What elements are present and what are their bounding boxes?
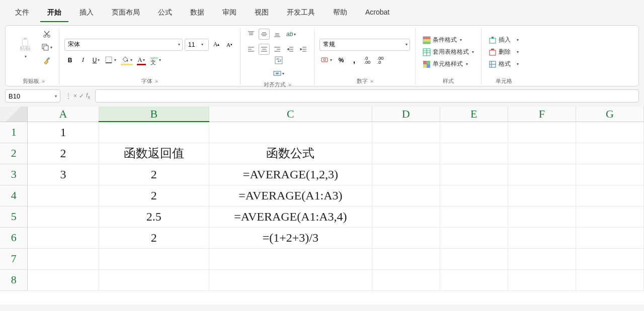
delete-cells-button[interactable]: 删除▾ [487,47,521,58]
grow-font-button[interactable]: A▴ [211,39,222,50]
col-header-F[interactable]: F [508,107,576,122]
cell-D4[interactable] [372,185,440,206]
cell-G6[interactable] [576,227,643,248]
cell-B1[interactable] [99,122,209,143]
cell-E5[interactable] [440,206,508,227]
cell-G8[interactable] [576,269,643,290]
format-as-table-button[interactable]: 套用表格格式▾ [421,47,476,58]
cell-F6[interactable] [508,227,576,248]
cell-F5[interactable] [508,206,576,227]
name-box-input[interactable] [9,92,54,100]
cell-C8[interactable] [209,269,372,290]
font-size-combo[interactable]: ▾ [185,39,209,51]
cell-E2[interactable] [440,143,508,164]
cell-A8[interactable] [28,269,99,290]
cell-E3[interactable] [440,164,508,185]
cell-F3[interactable] [508,164,576,185]
col-header-B[interactable]: B [99,107,209,122]
cell-C6[interactable]: =(1+2+3)/3 [209,227,372,248]
align-center-button[interactable] [259,44,270,55]
format-cells-button[interactable]: 格式▾ [487,59,521,70]
tab-insert[interactable]: 插入 [72,4,101,22]
align-bottom-button[interactable] [272,29,283,40]
cell-C7[interactable] [209,248,372,269]
cell-A2[interactable]: 2 [28,143,99,164]
accounting-format-button[interactable]: ▾ [319,55,334,66]
cell-D1[interactable] [372,122,440,143]
increase-decimal-button[interactable]: .0.00 [362,55,373,66]
cut-button[interactable] [40,29,54,40]
cell-B8[interactable] [99,269,209,290]
cell-D2[interactable] [372,143,440,164]
cell-D5[interactable] [372,206,440,227]
row-header-5[interactable]: 5 [0,206,28,227]
col-header-E[interactable]: E [440,107,508,122]
cell-G4[interactable] [576,185,643,206]
tab-home[interactable]: 开始 [40,4,68,22]
cell-C2[interactable]: 函数公式 [209,143,372,164]
paste-button[interactable]: 粘贴 ▾ [14,29,37,65]
cell-F1[interactable] [508,122,576,143]
conditional-formatting-button[interactable]: 条件格式▾ [421,35,464,46]
cell-G3[interactable] [576,164,643,185]
tab-acrobat[interactable]: Acrobat [358,4,396,22]
cell-B5[interactable]: 2.5 [99,206,209,227]
number-format-combo[interactable]: ▾ [319,39,410,51]
select-all-corner[interactable] [0,107,28,122]
align-right-button[interactable] [272,44,283,55]
cancel-formula-icon[interactable]: × [73,92,77,99]
cell-D7[interactable] [372,248,440,269]
decrease-decimal-button[interactable]: .00.0 [375,55,386,66]
border-button[interactable]: ▾ [104,55,118,66]
cell-A3[interactable]: 3 [28,164,99,185]
name-box[interactable]: ▾ [5,89,60,102]
cell-D8[interactable] [372,269,440,290]
dialog-launcher-icon[interactable]: ⇲ [154,79,158,83]
spreadsheet-grid[interactable]: A B C D E F G 1 1 2 2 [0,107,644,304]
cell-D3[interactable] [372,164,440,185]
cell-E4[interactable] [440,185,508,206]
format-painter-button[interactable] [40,55,54,66]
wrap-text-button[interactable]: ab [272,55,286,66]
tab-formulas[interactable]: 公式 [151,4,179,22]
comma-style-button[interactable]: , [349,55,360,66]
row-header-7[interactable]: 7 [0,248,28,269]
cell-F2[interactable] [508,143,576,164]
cell-C5[interactable]: =AVERAGE(A1:A3,4) [209,206,372,227]
chevron-down-icon[interactable]: ▾ [55,94,57,98]
formula-options-icon[interactable]: ⋮ [65,92,71,99]
font-size-input[interactable] [188,41,200,48]
cell-G7[interactable] [576,248,643,269]
tab-view[interactable]: 视图 [248,4,276,22]
font-name-input[interactable] [68,41,177,48]
cell-C3[interactable]: =AVERAGE(1,2,3) [209,164,372,185]
fill-color-button[interactable]: ▾ [120,55,134,66]
cell-E8[interactable] [440,269,508,290]
row-header-3[interactable]: 3 [0,164,28,185]
merge-center-button[interactable]: ▾ [272,68,286,79]
col-header-G[interactable]: G [576,107,643,122]
row-header-6[interactable]: 6 [0,227,28,248]
cell-E1[interactable] [440,122,508,143]
cell-B4[interactable]: 2 [99,185,209,206]
cell-A7[interactable] [28,248,99,269]
cell-A5[interactable] [28,206,99,227]
cell-C4[interactable]: =AVERAGE(A1:A3) [209,185,372,206]
cell-B6[interactable]: 2 [99,227,209,248]
cell-A6[interactable] [28,227,99,248]
underline-button[interactable]: U▾ [91,55,102,66]
increase-indent-button[interactable] [298,44,309,55]
font-color-button[interactable]: A▾ [136,55,147,66]
cell-G1[interactable] [576,122,643,143]
row-header-2[interactable]: 2 [0,143,28,164]
align-top-button[interactable] [246,29,257,40]
dialog-launcher-icon[interactable]: ⇲ [288,82,291,87]
tab-data[interactable]: 数据 [183,4,211,22]
cell-E7[interactable] [440,248,508,269]
number-format-input[interactable] [323,41,405,48]
cell-F8[interactable] [508,269,576,290]
insert-cells-button[interactable]: 插入▾ [487,35,521,46]
cell-B7[interactable] [99,248,209,269]
cell-B2[interactable]: 函数返回值 [99,143,209,164]
cell-A4[interactable] [28,185,99,206]
